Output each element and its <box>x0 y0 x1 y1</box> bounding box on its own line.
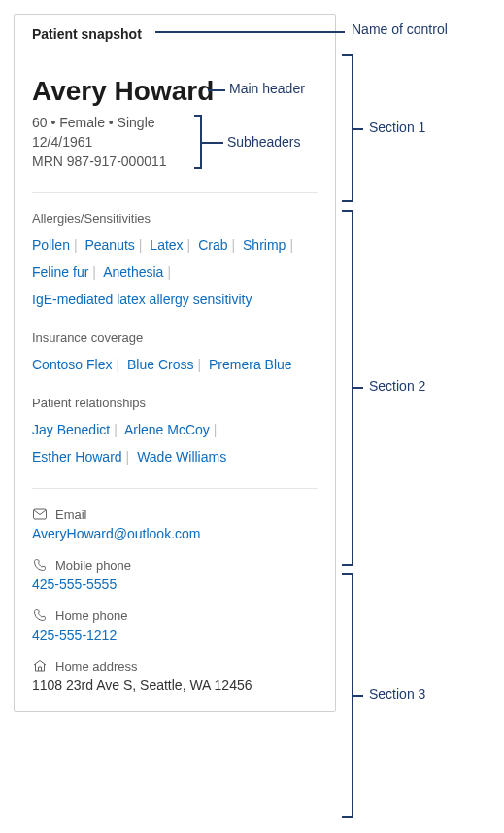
phone-icon <box>32 607 48 623</box>
address-value: 1108 23rd Ave S, Seattle, WA 12456 <box>32 677 318 693</box>
link-item[interactable]: Blue Cross <box>127 357 193 372</box>
phone-icon <box>32 557 48 573</box>
link-item[interactable]: Shrimp <box>243 237 286 253</box>
separator: | <box>74 237 78 253</box>
allergies-label: Allergies/Sensitivities <box>32 211 318 226</box>
anno-section1: Section 1 <box>369 120 425 135</box>
separator: | <box>92 264 96 280</box>
separator: | <box>114 422 118 437</box>
link-item[interactable]: Anethesia <box>103 264 163 280</box>
patient-dob: 12/4/1961 <box>32 134 318 150</box>
link-item[interactable]: Wade Williams <box>137 449 226 465</box>
section-2: Allergies/Sensitivities Pollen| Peanuts|… <box>32 193 318 488</box>
home-phone-link[interactable]: 425-555-1212 <box>32 627 117 642</box>
mail-icon <box>32 506 48 522</box>
mobile-link[interactable]: 425-555-5555 <box>32 576 117 592</box>
anno-section2: Section 2 <box>369 378 425 394</box>
link-item[interactable]: Jay Benedict <box>32 422 110 437</box>
insurance-list: Contoso Flex| Blue Cross| Premera Blue <box>32 351 318 378</box>
link-item[interactable]: Contoso Flex <box>32 357 112 372</box>
link-item[interactable]: Crab <box>198 237 227 253</box>
link-item[interactable]: Arlene McCoy <box>124 422 210 437</box>
separator: | <box>167 264 171 280</box>
link-item[interactable]: IgE-mediated latex allergy sensitivity <box>32 292 252 307</box>
email-link[interactable]: AveryHoward@outlook.com <box>32 526 200 541</box>
mobile-row: Mobile phone 425-555-5555 <box>32 557 318 592</box>
home-phone-label: Home phone <box>55 608 127 623</box>
anno-section3: Section 3 <box>369 686 425 702</box>
separator: | <box>197 357 201 372</box>
patient-mrn: MRN 987-917-000011 <box>32 154 318 169</box>
address-row: Home address 1108 23rd Ave S, Seattle, W… <box>32 658 318 693</box>
insurance-label: Insurance coverage <box>32 330 318 345</box>
link-item[interactable]: Esther Howard <box>32 449 122 465</box>
email-label: Email <box>55 507 87 522</box>
link-item[interactable]: Pollen <box>32 237 70 253</box>
separator: | <box>232 237 236 253</box>
allergies-list: Pollen| Peanuts| Latex| Crab| Shrimp| Fe… <box>32 231 318 313</box>
link-item[interactable]: Premera Blue <box>209 357 292 372</box>
separator: | <box>187 237 191 253</box>
anno-name-of-control: Name of control <box>352 21 448 37</box>
relationships-list: Jay Benedict| Arlene McCoy| Esther Howar… <box>32 416 318 470</box>
separator: | <box>139 237 143 253</box>
separator: | <box>214 422 218 437</box>
separator: | <box>289 237 293 253</box>
link-item[interactable]: Latex <box>150 237 183 253</box>
section-1: Avery Howard 60 • Female • Single 12/4/1… <box>32 52 318 192</box>
patient-name: Avery Howard <box>32 76 318 107</box>
patient-demographics: 60 • Female • Single <box>32 115 318 130</box>
section-3: Email AveryHoward@outlook.com Mobile pho… <box>32 489 318 693</box>
link-item[interactable]: Feline fur <box>32 264 88 280</box>
address-label: Home address <box>55 659 138 674</box>
separator: | <box>126 449 130 465</box>
home-icon <box>32 658 48 674</box>
home-phone-row: Home phone 425-555-1212 <box>32 607 318 642</box>
separator: | <box>116 357 119 372</box>
mobile-label: Mobile phone <box>55 558 131 573</box>
control-title: Patient snapshot <box>32 26 318 52</box>
relationships-label: Patient relationships <box>32 396 318 410</box>
email-row: Email AveryHoward@outlook.com <box>32 506 318 541</box>
patient-snapshot-card: Patient snapshot Avery Howard 60 • Femal… <box>14 14 336 712</box>
link-item[interactable]: Peanuts <box>84 237 134 253</box>
